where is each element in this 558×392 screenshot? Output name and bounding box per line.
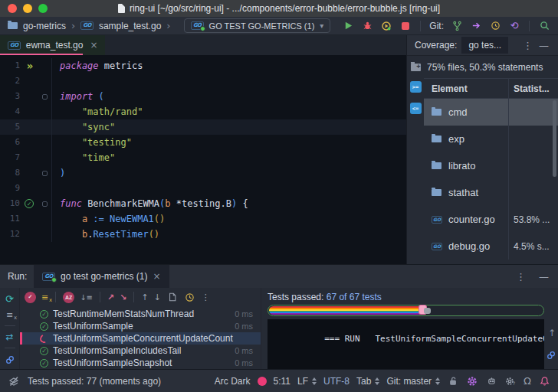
fold-icon[interactable] (42, 94, 48, 100)
git-update-icon[interactable] (489, 20, 501, 32)
stop-button[interactable] (399, 20, 412, 32)
coverage-row-exp[interactable]: exp (424, 126, 558, 152)
coverage-scrollbar[interactable] (553, 100, 556, 177)
omega-icon[interactable]: Ω (524, 375, 531, 387)
test-row-TestUniformSample[interactable]: ✓TestUniformSample0 ms (20, 320, 261, 332)
sort-alphabetically-icon[interactable]: AZ (63, 292, 74, 303)
zoom-window-button[interactable] (38, 4, 48, 13)
line-separator-widget[interactable]: LF (297, 376, 317, 387)
run-configuration-selector[interactable]: GO GO TEST GO-METRICS (1) ▾ (184, 18, 330, 33)
coverage-tab[interactable]: go tes... (461, 37, 508, 54)
coverage-row-librato[interactable]: librato (424, 152, 558, 179)
run-with-coverage-button[interactable] (380, 20, 392, 32)
coverage-row-debug.go[interactable]: GOdebug.go4.5% s... (424, 233, 558, 260)
coverage-options-icon[interactable]: ⋮ (520, 40, 536, 51)
sort-by-duration-icon[interactable]: ↓≡ (80, 293, 93, 302)
flatten-packages-icon[interactable]: >= (410, 81, 422, 93)
tab-ewma-test[interactable]: GO ewma_test.go × (0, 35, 105, 55)
theme-color-dot[interactable] (258, 377, 267, 386)
status-message[interactable]: Tests passed: 77 (moments ago) (28, 376, 161, 387)
close-tab-icon[interactable]: × (90, 40, 97, 51)
test-row-TestUniformSampleConcurrentUpdateCount[interactable]: TestUniformSampleConcurrentUpdateCount (20, 332, 261, 345)
test-passed-icon[interactable]: ✓ (25, 199, 34, 208)
run-minimize-icon[interactable]: — (536, 271, 552, 283)
column-statistics[interactable]: Statist... (509, 83, 558, 94)
token: ( (93, 91, 103, 102)
breadcrumb-go-metrics[interactable]: go-metrics (23, 21, 66, 31)
import-test-results-icon[interactable] (166, 291, 179, 303)
settings-gear-icon[interactable] (466, 375, 478, 387)
caret-position-widget[interactable]: 5:11 (274, 376, 290, 387)
code-line-4[interactable]: 4 "math/rand" (0, 104, 406, 119)
test-console[interactable]: === RUN TestUniformSampleConcurrentUpdat… (268, 319, 544, 369)
hide-tool-windows-icon[interactable] (8, 375, 20, 387)
code-line-7[interactable]: 7 "time" (0, 150, 406, 165)
token: { (237, 198, 248, 209)
test-tree: ✓TestRuntimeMemStatsNumThread0 ms✓TestUn… (20, 306, 261, 369)
column-element[interactable]: Element (424, 83, 509, 94)
collapse-all-icon[interactable]: ↘ (120, 292, 126, 302)
code-editor[interactable]: 1»package metrics23import (4 "math/rand"… (0, 55, 406, 264)
coverage-row-cmd[interactable]: cmd (424, 99, 558, 126)
more-options-icon[interactable]: ⋮ (202, 292, 210, 302)
git-rollback-icon[interactable]: ⟲ (508, 20, 520, 32)
robot-icon[interactable] (485, 375, 497, 387)
code-line-2[interactable]: 2 (0, 74, 406, 89)
scroll-up-icon[interactable]: ↑ (548, 328, 556, 338)
code-lines: 1»package metrics23import (4 "math/rand"… (0, 58, 406, 242)
toggle-tests-icon[interactable]: ⇄ (5, 332, 13, 342)
previous-occurrence-icon[interactable]: ↑ (141, 292, 148, 302)
code-line-1[interactable]: 1»package metrics (0, 58, 406, 74)
run-button[interactable] (342, 20, 354, 32)
git-push-icon[interactable] (470, 20, 482, 32)
show-coverage-icon[interactable]: <= (410, 103, 422, 114)
minimize-window-button[interactable] (23, 4, 32, 13)
close-window-button[interactable] (8, 4, 17, 13)
notifications-bell-icon[interactable] (538, 375, 550, 387)
console-link-icon[interactable] (547, 349, 556, 363)
test-history-icon[interactable] (184, 291, 196, 303)
test-row-TestUniformSampleIncludesTail[interactable]: ✓TestUniformSampleIncludesTail0 ms (20, 345, 261, 357)
rerun-icon[interactable]: ⟳ (5, 293, 14, 305)
git-branch-widget[interactable]: Git: master (386, 376, 440, 387)
code-line-11[interactable]: 11 a := NewEWMA1() (0, 211, 406, 227)
code-line-9[interactable]: 9 (0, 181, 406, 196)
run-tab[interactable]: GO go test go-metrics (1) × (34, 265, 169, 288)
pin-link-icon[interactable] (5, 354, 15, 368)
code-line-3[interactable]: 3import ( (0, 89, 406, 104)
theme-widget[interactable]: Arc Dark (215, 376, 251, 387)
fold-icon[interactable] (42, 201, 48, 207)
next-occurrence-icon[interactable]: ↓ (154, 292, 161, 302)
test-row-TestRuntimeMemStatsNumThread[interactable]: ✓TestRuntimeMemStatsNumThread0 ms (20, 308, 261, 320)
run-test-icon[interactable]: » (27, 61, 31, 70)
fold-icon[interactable] (42, 171, 48, 176)
search-icon[interactable] (538, 20, 550, 32)
test-row-TestUniformSampleSnapshot[interactable]: ✓TestUniformSampleSnapshot0 ms (20, 357, 261, 369)
icon-cell (424, 162, 444, 169)
code-line-8[interactable]: 8) (0, 165, 406, 181)
breadcrumb-sample-test[interactable]: sample_test.go (99, 21, 161, 31)
gear-question-icon[interactable]: ? (504, 375, 517, 387)
hide-ignored-icon[interactable]: ≡ (41, 292, 48, 302)
show-passed-icon[interactable]: ✓ (25, 292, 36, 303)
coverage-table-header[interactable]: Element Statist... (424, 79, 558, 99)
indent-widget[interactable]: Tab (356, 376, 379, 387)
code-line-5[interactable]: 5 "sync" (0, 119, 406, 135)
lock-icon[interactable] (447, 375, 459, 387)
code-line-10[interactable]: 10✓func BenchmarkEWMA(b *testing.B) { (0, 196, 406, 211)
go-run-config-icon: GO (191, 21, 204, 30)
encoding-widget[interactable]: UTF-8 (323, 376, 350, 387)
debug-button[interactable] (361, 20, 373, 32)
code-line-6[interactable]: 6 "testing" (0, 135, 406, 150)
close-run-tab-icon[interactable]: × (153, 271, 160, 282)
rerun-failed-icon[interactable]: ≡ (6, 310, 13, 320)
coverage-row-stathat[interactable]: stathat (424, 179, 558, 206)
code-line-12[interactable]: 12 b.ResetTimer() (0, 227, 406, 242)
git-branch-icon[interactable] (451, 20, 463, 32)
coverage-minimize-icon[interactable]: — (536, 40, 552, 51)
expand-all-icon[interactable]: ↗ (107, 292, 114, 302)
group-by-directory-icon[interactable] (411, 64, 421, 71)
coverage-row-counter.go[interactable]: GOcounter.go53.8% ... (424, 206, 558, 233)
run-options-icon[interactable]: ⋮ (513, 271, 529, 283)
window-title-wrap: ring-ui [~/go/src/ring-ui] - .../compone… (118, 3, 440, 14)
